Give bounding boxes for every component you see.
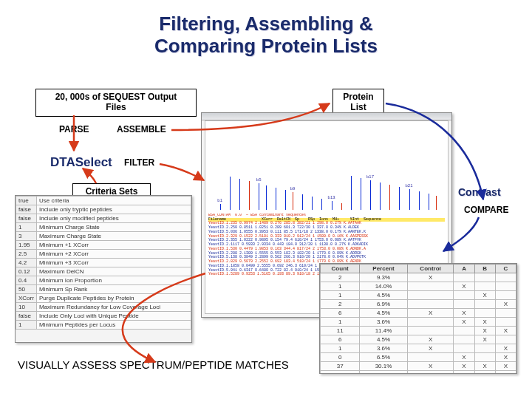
sequest-output-box: 20, 000s of SEQUEST Output Files — [35, 89, 197, 117]
table-cell — [495, 335, 516, 344]
table-cell: X — [454, 309, 474, 318]
table-cell: Minimum Charge State — [37, 223, 191, 232]
table-cell: X — [495, 353, 516, 362]
table-cell: X — [407, 273, 454, 282]
table-cell: 59 — [474, 371, 495, 374]
table-cell: Maximum Charge State — [37, 232, 191, 241]
table-cell: Include only tryptic peptides — [37, 205, 191, 214]
table-header: Control — [407, 265, 454, 273]
table-cell — [454, 344, 474, 353]
table-cell: Purge Duplicate Peptides by Protein — [37, 294, 191, 303]
table-cell — [474, 309, 495, 318]
table-cell: X — [495, 362, 516, 371]
table-cell: 14.0% — [360, 282, 407, 291]
table-cell — [407, 282, 454, 291]
summary-table: CountPercentControlABC29.3%X114.0%X14.5%… — [320, 264, 516, 373]
table-cell — [474, 273, 495, 282]
table-cell: 3.6% — [360, 318, 407, 327]
table-cell: Minimum Peptides per Locus — [37, 321, 191, 330]
table-cell: 1 — [16, 321, 37, 330]
table-cell: 123 — [321, 371, 360, 374]
table-cell: false — [16, 205, 37, 214]
table-cell: 37 — [321, 362, 360, 371]
table-cell: X — [454, 282, 474, 291]
slide-title: Filtering, Assembling & Comparing Protei… — [0, 0, 532, 58]
table-cell: Minimum Ion Proportion — [37, 276, 191, 285]
table-cell — [474, 282, 495, 291]
compare-label: COMPARE — [464, 205, 508, 215]
table-cell: X — [407, 362, 454, 371]
table-cell — [360, 371, 407, 374]
table-cell — [474, 344, 495, 353]
table-cell — [474, 300, 495, 309]
table-cell: 11 — [321, 327, 360, 335]
table-cell: Use criteria — [37, 197, 191, 205]
table-cell — [454, 300, 474, 309]
table-cell: 10 — [16, 303, 37, 312]
table-cell: 1 — [321, 291, 360, 300]
table-cell: 0 — [321, 353, 360, 362]
table-cell: X — [474, 291, 495, 300]
table-cell — [407, 327, 454, 335]
table-cell: Minimum Sp Rank — [37, 285, 191, 294]
table-cell: 62 — [495, 371, 516, 374]
table-cell: false — [16, 312, 37, 321]
table-cell: false — [16, 214, 37, 223]
table-cell: 9.3% — [360, 273, 407, 282]
table-cell — [454, 335, 474, 344]
criteria-panel: trueUse criteriafalseInclude only trypti… — [15, 195, 192, 343]
table-cell — [407, 318, 454, 327]
table-cell — [495, 318, 516, 327]
filter-label: FILTER — [124, 157, 154, 168]
table-cell: 0.12 — [16, 267, 37, 276]
table-cell — [454, 291, 474, 300]
table-cell — [495, 309, 516, 318]
table-cell: X — [454, 362, 474, 371]
table-cell: 48 — [407, 371, 454, 374]
table-cell: 6.5% — [360, 353, 407, 362]
table-cell: X — [474, 318, 495, 327]
table-cell: 2.5 — [16, 250, 37, 259]
table-cell: 4.5% — [360, 335, 407, 344]
table-cell: true — [16, 197, 37, 205]
table-header: Percent — [360, 265, 407, 273]
table-cell: 6 — [321, 335, 360, 344]
table-header: C — [495, 265, 516, 273]
summary-panel: CountPercentControlABC29.3%X114.0%X14.5%… — [319, 263, 517, 374]
table-cell: Maximum DelCN — [37, 267, 191, 276]
table-cell: 1 — [321, 282, 360, 291]
table-cell: Minimum +1 XCorr — [37, 241, 191, 250]
table-cell: X — [495, 344, 516, 353]
table-cell: X — [454, 318, 474, 327]
table-cell: 4.5% — [360, 291, 407, 300]
table-cell: Include Only Loci with Unique Peptide — [37, 312, 191, 321]
table-cell: 6.9% — [360, 300, 407, 309]
table-cell — [454, 273, 474, 282]
table-header: A — [454, 265, 474, 273]
table-cell: 4.2 — [16, 259, 37, 267]
table-cell: 1.95 — [16, 241, 37, 250]
contrast-label: Contrast — [458, 186, 501, 198]
table-cell — [495, 273, 516, 282]
table-cell: 50 — [16, 285, 37, 294]
table-cell: Maximum Redundancy for Low Coverage Loci — [37, 303, 191, 312]
table-cell: 3 — [16, 232, 37, 241]
table-cell: X — [407, 344, 454, 353]
table-cell: 1 — [16, 223, 37, 232]
table-cell: X — [407, 335, 454, 344]
table-cell: X — [495, 300, 516, 309]
table-cell: X — [495, 327, 516, 335]
table-cell: X — [474, 335, 495, 344]
table-cell: 30.1% — [360, 362, 407, 371]
table-cell — [495, 291, 516, 300]
table-cell: X — [474, 362, 495, 371]
table-cell — [407, 300, 454, 309]
table-cell: XCorr — [16, 294, 37, 303]
table-cell: X — [407, 309, 454, 318]
table-cell: 4.5% — [360, 309, 407, 318]
table-cell: 1 — [321, 318, 360, 327]
table-cell — [407, 353, 454, 362]
table-cell — [474, 353, 495, 362]
table-cell: Minimum +3 XCorr — [37, 259, 191, 267]
table-cell: 6 — [321, 309, 360, 318]
